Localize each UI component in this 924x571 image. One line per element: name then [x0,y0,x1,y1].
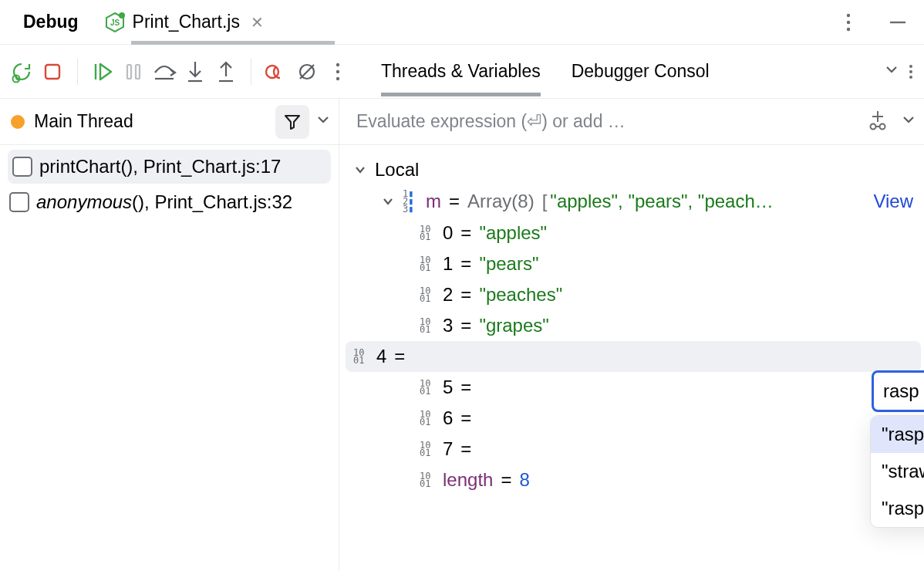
array-index: 4 [376,346,386,367]
array-index: 7 [443,438,453,460]
frames-panel: Main Thread printChart(), Print_Chart.js… [0,99,339,571]
svg-text:JS: JS [110,19,120,27]
array-index: 5 [443,377,453,398]
add-watch-icon[interactable] [867,109,889,135]
svg-rect-12 [127,65,131,79]
stop-icon[interactable] [37,56,68,87]
nodejs-file-icon: JS [105,12,125,32]
array-item-row[interactable]: 10012="peaches" [353,279,913,310]
close-tab-icon[interactable]: ✕ [248,13,264,32]
step-out-icon[interactable] [211,56,241,87]
editor-tab-file[interactable]: JS Print_Chart.js ✕ [94,4,275,40]
resume-icon[interactable] [87,56,118,87]
more-menu-icon[interactable] [833,7,864,38]
step-into-icon[interactable] [180,56,211,87]
equals-sign: = [460,377,471,398]
svg-point-28 [909,76,912,79]
thread-status-dot-icon [11,115,25,129]
scope-name: Local [375,159,419,181]
variables-dropdown-chevron-icon[interactable] [901,111,916,132]
svg-point-20 [274,66,286,78]
svg-point-26 [909,65,912,68]
tabs-overflow-chevron-icon[interactable] [884,61,899,82]
tab-debugger-console[interactable]: Debugger Consol [572,47,710,96]
tab-threads-variables[interactable]: Threads & Variables [381,47,541,96]
array-item-row[interactable]: 10016= [353,403,913,434]
editor-tab-filename: Print_Chart.js [133,12,240,32]
separator [77,59,78,85]
more-debug-icon[interactable] [322,56,353,87]
array-index: 0 [443,222,453,244]
suggestion-item[interactable]: "strawberries" [871,453,924,490]
frame-label: anonymous(), Print_Chart.js:32 [36,191,292,213]
set-value-editor[interactable] [872,370,924,412]
equals-sign: = [460,284,471,306]
svg-point-23 [336,63,339,66]
tabs-more-icon[interactable] [909,56,913,87]
frame-label: printChart(), Print_Chart.js:17 [39,156,281,177]
binary-type-icon: 1001 [420,441,435,457]
array-item-row[interactable]: 10014= [346,341,921,372]
view-breakpoints-icon[interactable] [261,56,292,87]
array-item-value: "apples" [479,222,547,244]
pause-icon[interactable] [118,56,149,87]
evaluate-expression-input[interactable] [356,111,867,132]
stack-frame-icon [11,194,28,211]
separator [251,59,251,85]
property-value: 8 [519,469,529,491]
svg-point-4 [847,20,850,23]
array-item-row[interactable]: 10011="pears" [353,248,913,279]
svg-point-5 [847,27,850,30]
binary-type-icon: 1001 [420,380,435,395]
binary-type-icon: 1001 [420,411,435,426]
array-index: 1 [443,253,453,275]
svg-point-31 [871,123,876,129]
variable-name: m [426,191,441,212]
array-item-value: "grapes" [479,315,548,336]
array-length-row[interactable]: 1001 length = 8 [353,465,913,495]
frames-list: printChart(), Print_Chart.js:17anonymous… [0,145,339,219]
binary-type-icon: 1001 [420,287,435,302]
array-index: 6 [443,407,453,429]
svg-point-25 [336,76,339,79]
mute-breakpoints-icon[interactable] [292,56,322,87]
set-value-input[interactable] [883,380,924,402]
variable-summary-bracket: [ [542,191,548,212]
array-index: 2 [443,284,453,306]
variable-m-row[interactable]: 1▮2▮3▮ m = Array(8) [ "apples", "pears",… [353,185,913,218]
suggestion-item[interactable]: "raspberries" [871,416,924,453]
frame-row[interactable]: anonymous(), Print_Chart.js:32 [0,185,339,219]
variables-header [339,99,924,145]
chevron-down-icon[interactable] [381,194,395,208]
array-index: 3 [443,315,453,336]
array-item-row[interactable]: 10010="apples" [353,218,913,248]
chevron-down-icon[interactable] [353,163,367,177]
debug-toolbar: Threads & Variables Debugger Consol [0,45,924,99]
equals-sign: = [501,469,511,491]
rerun-debug-icon[interactable] [6,56,37,87]
binary-type-icon: 1001 [420,318,435,333]
array-item-row[interactable]: 10013="grapes" [353,310,913,341]
property-name: length [443,469,493,491]
tool-window-tab-debug[interactable]: Debug [11,4,94,40]
equals-sign: = [460,438,471,460]
binary-type-icon: 1001 [420,256,435,272]
frame-row[interactable]: printChart(), Print_Chart.js:17 [8,150,331,184]
svg-rect-13 [136,65,140,79]
binary-type-icon: 1001 [420,225,435,241]
variable-summary-values: "apples", "pears", "peach… [550,191,773,212]
stack-frame-icon [14,158,31,175]
array-item-row[interactable]: 10017= [353,434,913,465]
view-array-link[interactable]: View [873,191,913,212]
equals-sign: = [460,222,471,244]
suggestion-item[interactable]: "raspberry" [871,490,924,527]
svg-point-24 [336,69,339,73]
frames-dropdown-chevron-icon[interactable] [315,111,331,132]
scope-local-row[interactable]: Local [353,154,913,185]
array-item-row[interactable]: 10015= [353,372,913,403]
frames-filter-button[interactable] [275,105,309,139]
equals-sign: = [460,407,471,429]
step-over-icon[interactable] [149,56,180,87]
thread-name[interactable]: Main Thread [34,111,133,132]
minimize-icon[interactable] [882,7,913,38]
